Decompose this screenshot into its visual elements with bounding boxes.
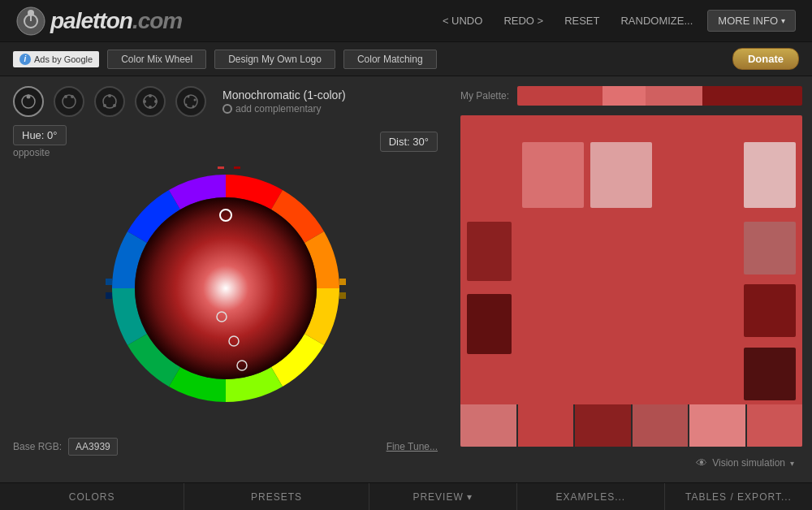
top-nav: paletton.com < UNDO REDO > RESET RANDOMI… (0, 0, 812, 42)
palette-strip-1 (517, 86, 603, 106)
adjacent-icon (60, 93, 78, 110)
base-rgb-row: Base RGB: AA3939 Fine Tune... (13, 438, 438, 456)
swatch-light-2 (590, 142, 652, 209)
tab-colors[interactable]: COLORS (0, 483, 184, 510)
free-icon (182, 93, 200, 110)
svg-point-5 (27, 95, 31, 99)
svg-rect-27 (339, 292, 346, 299)
svg-point-7 (64, 95, 67, 98)
base-rgb-value[interactable]: AA3939 (68, 438, 118, 456)
dist-value[interactable]: Dist: 30° (380, 132, 438, 152)
undo-button[interactable]: < UNDO (436, 11, 489, 30)
tab-examples[interactable]: EXAMPLES... (517, 483, 665, 510)
my-palette-row: My Palette: (460, 86, 802, 106)
mode-triad-icon[interactable] (94, 86, 125, 117)
eye-icon: 👁 (696, 456, 707, 469)
color-mix-wheel-link[interactable]: Color Mix Wheel (107, 50, 206, 69)
swatch-right-2 (744, 284, 795, 337)
svg-point-17 (143, 100, 146, 103)
main-area: Monochromatic (1-color) add complementar… (0, 76, 812, 482)
swatch-light-right (744, 142, 795, 209)
bottom-swatch-1 (460, 404, 518, 447)
svg-point-15 (154, 100, 158, 103)
swatch-bottom-row (460, 404, 802, 447)
swatch-light-1 (522, 142, 584, 209)
color-wheel-container[interactable] (47, 166, 404, 426)
nav-actions: < UNDO REDO > RESET RANDOMIZE... MORE IN… (436, 10, 796, 32)
svg-point-18 (184, 95, 197, 108)
svg-point-2 (28, 10, 34, 16)
logo-icon (16, 6, 45, 36)
tab-preview[interactable]: PREVIEW ▾ (369, 483, 517, 510)
swatch-dark-2 (467, 294, 512, 353)
mono-dot-icon (19, 93, 37, 110)
palette-strip-2 (603, 86, 646, 106)
svg-rect-29 (106, 292, 112, 299)
color-wheel-svg[interactable] (47, 166, 404, 402)
svg-rect-25 (234, 166, 240, 169)
bottom-swatch-5 (689, 404, 747, 447)
svg-point-12 (113, 104, 116, 107)
svg-point-11 (103, 104, 106, 107)
opposite-label: opposite (13, 147, 67, 158)
color-mode-selector: Monochromatic (1-color) add complementar… (13, 86, 438, 117)
bottom-swatch-4 (633, 404, 690, 447)
ads-badge: i Ads by Google (13, 51, 99, 67)
my-palette-label: My Palette: (460, 90, 509, 102)
hue-value[interactable]: Hue: 0° (13, 125, 67, 145)
right-panel: My Palette: (451, 76, 812, 482)
svg-rect-28 (106, 279, 112, 285)
mode-free-icon[interactable] (175, 86, 206, 117)
svg-point-19 (188, 96, 190, 98)
mode-info: Monochromatic (1-color) add complementar… (222, 89, 346, 115)
swatch-dark-1 (467, 222, 512, 281)
info-icon: i (19, 54, 31, 65)
add-complementary-option[interactable]: add complementary (222, 103, 346, 115)
tetrad-icon (141, 93, 159, 110)
svg-point-22 (192, 106, 195, 108)
logo: paletton.com (16, 6, 182, 36)
vision-chevron-icon: ▾ (790, 459, 794, 468)
svg-point-14 (149, 94, 152, 97)
svg-point-8 (71, 95, 74, 98)
color-matching-link[interactable]: Color Matching (343, 50, 437, 69)
svg-point-21 (185, 104, 188, 106)
logo-wordmark: paletton.com (50, 8, 182, 34)
more-info-button[interactable]: MORE INFO ▾ (707, 10, 796, 32)
svg-rect-24 (218, 166, 224, 169)
triad-icon (101, 93, 119, 110)
left-panel: Monochromatic (1-color) add complementar… (0, 76, 451, 482)
palette-strip (517, 86, 802, 106)
tab-presets[interactable]: PRESETS (184, 483, 369, 510)
palette-strip-4 (702, 86, 802, 106)
base-rgb-label: Base RGB: (13, 441, 62, 452)
svg-rect-26 (339, 279, 346, 285)
bottom-swatch-3 (575, 404, 633, 447)
mode-tetrad-icon[interactable] (135, 86, 166, 117)
bottom-swatch-6 (747, 404, 803, 447)
reset-button[interactable]: RESET (558, 11, 606, 30)
mode-mono-icon[interactable] (13, 86, 44, 117)
svg-point-16 (149, 106, 152, 109)
mode-name-label: Monochromatic (1-color) (222, 89, 346, 102)
vision-simulation-bar: 👁 Vision simulation ▾ (460, 453, 802, 473)
fine-tune-link[interactable]: Fine Tune... (387, 441, 438, 452)
svg-point-20 (194, 99, 197, 102)
vision-simulation-label: Vision simulation (712, 457, 785, 469)
svg-point-23 (135, 197, 317, 379)
palette-strip-3 (646, 86, 702, 106)
mode-adjacent-icon[interactable] (54, 86, 84, 117)
hue-dist-controls: Hue: 0° opposite Dist: 30° (13, 125, 438, 158)
swatch-right-1 (744, 222, 795, 274)
randomize-button[interactable]: RANDOMIZE... (614, 11, 699, 30)
toolbar: i Ads by Google Color Mix Wheel Design M… (0, 42, 812, 76)
chevron-down-icon: ▾ (781, 16, 785, 25)
bottom-bar: COLORS PRESETS PREVIEW ▾ EXAMPLES... TAB… (0, 482, 812, 510)
redo-button[interactable]: REDO > (497, 11, 550, 30)
radio-icon (222, 104, 232, 114)
donate-button[interactable]: Donate (732, 48, 799, 70)
swatch-right-3 (744, 348, 795, 400)
tab-tables-export[interactable]: TABLES / EXPORT... (665, 483, 812, 510)
swatches-area (460, 115, 802, 447)
design-logo-link[interactable]: Design My Own Logo (214, 50, 335, 69)
